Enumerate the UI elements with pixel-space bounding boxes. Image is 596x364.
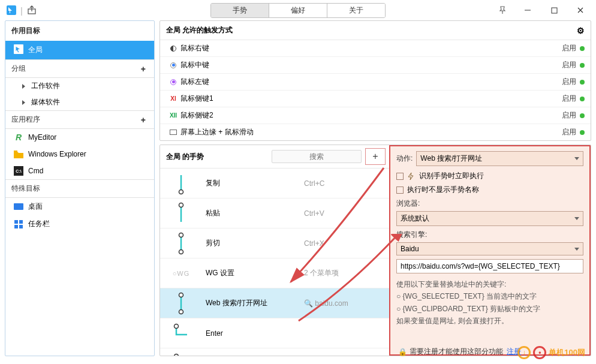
trigger-row[interactable]: 鼠标右键启用: [160, 40, 591, 57]
gesture-row[interactable]: ○WGWG 设置2 个菜单项: [160, 258, 389, 288]
gear-icon[interactable]: ⚙: [577, 26, 585, 35]
sidebar-app-myeditor[interactable]: R MyEditor: [5, 129, 154, 146]
sidebar-app-cmd[interactable]: C:\ Cmd: [5, 163, 154, 179]
browser-select[interactable]: 系统默认: [396, 211, 583, 226]
maximize-button[interactable]: [541, 2, 567, 19]
browser-label: 浏览器:: [396, 198, 583, 209]
chevron-right-icon: [22, 84, 25, 89]
trigger-row[interactable]: XII鼠标侧键2启用: [160, 107, 591, 124]
sidebar-item-global[interactable]: 全局: [5, 41, 154, 59]
taskbar-icon: [14, 219, 23, 229]
sidebar-apps-header: 应用程序 +: [5, 110, 154, 129]
gesture-name: 粘贴: [202, 208, 304, 218]
status-label: 启用: [562, 94, 576, 104]
engine-label: 搜索引擎:: [396, 230, 583, 240]
close-button[interactable]: [567, 2, 594, 19]
gesture-name: Web 搜索/打开网址: [202, 298, 304, 308]
share-icon[interactable]: [26, 5, 37, 16]
chevron-down-icon: [574, 217, 579, 220]
svg-point-20: [179, 309, 183, 314]
pin-icon[interactable]: [490, 2, 514, 19]
gesture-name: Enter: [202, 329, 304, 338]
trigger-label: 鼠标左键: [180, 77, 209, 87]
gesture-name: 剪切: [202, 238, 304, 248]
gesture-shortcut: Ctrl+C: [304, 179, 324, 188]
gesture-shape: [160, 288, 202, 318]
check-immediate[interactable]: 识别手势时立即执行: [396, 171, 583, 181]
status-dot: [580, 80, 585, 85]
status-label: 启用: [562, 60, 576, 70]
gesture-shortcut: Ctrl+X: [304, 239, 324, 248]
chevron-down-icon: [574, 248, 579, 251]
gesture-row[interactable]: Enter: [160, 318, 389, 348]
status-dot: [580, 46, 585, 51]
status-dot: [580, 97, 585, 101]
sidebar-group-work[interactable]: 工作软件: [5, 78, 154, 94]
gesture-name: WG 设置: [202, 268, 304, 278]
action-select[interactable]: Web 搜索/打开网址: [416, 151, 583, 166]
trigger-row[interactable]: 鼠标左键启用: [160, 74, 591, 91]
sidebar-app-explorer[interactable]: Windows Explorer: [5, 146, 154, 163]
titlebar: | 手势 偏好 关于: [0, 0, 596, 20]
sidebar: 作用目标 全局 分组 + 工作软件 媒体软件 应用程序 + R MyEditor…: [5, 20, 155, 356]
status-dot: [580, 63, 585, 68]
status-label: 启用: [562, 127, 576, 137]
trigger-icon: [166, 46, 180, 52]
svg-point-16: [179, 233, 183, 237]
svg-rect-10: [19, 225, 23, 228]
trigger-row[interactable]: 鼠标中键启用: [160, 57, 591, 74]
add-group-button[interactable]: +: [139, 64, 148, 74]
register-note: 🔒 需要注册才能使用这部分功能 注册: [398, 347, 521, 357]
bolt-icon: [407, 173, 416, 180]
sidebar-group-media[interactable]: 媒体软件: [5, 94, 154, 110]
gesture-shape: [160, 318, 202, 348]
trigger-icon: XI: [166, 95, 180, 102]
add-app-button[interactable]: +: [139, 115, 148, 125]
gesture-shape: ○WG: [160, 258, 202, 288]
svg-rect-8: [19, 220, 23, 224]
status-dot: [580, 113, 585, 118]
trigger-row[interactable]: XI鼠标侧键1启用: [160, 91, 591, 107]
tab-preferences[interactable]: 偏好: [269, 4, 327, 17]
gesture-row[interactable]: 粘贴并 EnterCtrl+V ↵: [160, 348, 389, 356]
sidebar-group-header: 分组 +: [5, 59, 154, 78]
help-text: 使用以下变量替换地址中的关键字: {WG_SELECTED_TEXT} 当前选中…: [396, 278, 583, 327]
trigger-label: 鼠标侧键1: [180, 94, 213, 104]
svg-point-12: [179, 189, 183, 194]
app-icon-myeditor: R: [14, 133, 23, 142]
gesture-shape: [160, 228, 202, 258]
gesture-row[interactable]: 剪切Ctrl+X: [160, 228, 389, 258]
trigger-label: 鼠标中键: [180, 60, 209, 70]
triggers-panel: 全局 允许的触发方式 ⚙ 鼠标右键启用鼠标中键启用鼠标左键启用XI鼠标侧键1启用…: [159, 20, 591, 141]
gesture-detail: 动作: Web 搜索/打开网址 识别手势时立即执行 执行时不显示手势名称 浏览器…: [389, 145, 591, 356]
folder-icon: [14, 149, 23, 159]
trigger-label: 鼠标侧键2: [180, 110, 213, 121]
check-hidename[interactable]: 执行时不显示手势名称: [396, 185, 583, 195]
sidebar-item-label: 全局: [28, 45, 43, 55]
gesture-row[interactable]: 粘贴Ctrl+V: [160, 198, 389, 228]
tab-about[interactable]: 关于: [327, 4, 385, 17]
trigger-row[interactable]: 屏幕上边缘 + 鼠标滑动启用: [160, 124, 591, 140]
status-label: 启用: [562, 77, 576, 87]
gesture-name: 复制: [202, 178, 304, 188]
trigger-label: 屏幕上边缘 + 鼠标滑动: [180, 127, 254, 137]
search-field[interactable]: [276, 152, 357, 161]
trigger-icon: XII: [166, 112, 180, 119]
sidebar-special-taskbar[interactable]: 任务栏: [5, 215, 154, 233]
lock-icon: 🔒: [398, 348, 407, 356]
svg-rect-9: [14, 225, 18, 228]
engine-select[interactable]: Baidu: [396, 242, 583, 255]
add-gesture-button[interactable]: +: [365, 148, 386, 165]
tab-gesture[interactable]: 手势: [211, 4, 269, 17]
svg-rect-7: [14, 220, 18, 224]
gesture-row[interactable]: Web 搜索/打开网址🔍 baidu.com: [160, 288, 389, 318]
url-input[interactable]: [396, 259, 583, 273]
gesture-row[interactable]: 复制Ctrl+C: [160, 169, 389, 198]
svg-point-17: [179, 249, 183, 254]
sidebar-special-desktop[interactable]: 桌面: [5, 198, 154, 215]
search-input[interactable]: [272, 150, 362, 163]
chevron-right-icon: [22, 100, 25, 105]
sidebar-special-header: 特殊目标: [5, 179, 154, 198]
minimize-button[interactable]: [514, 2, 541, 19]
svg-point-21: [174, 324, 179, 328]
